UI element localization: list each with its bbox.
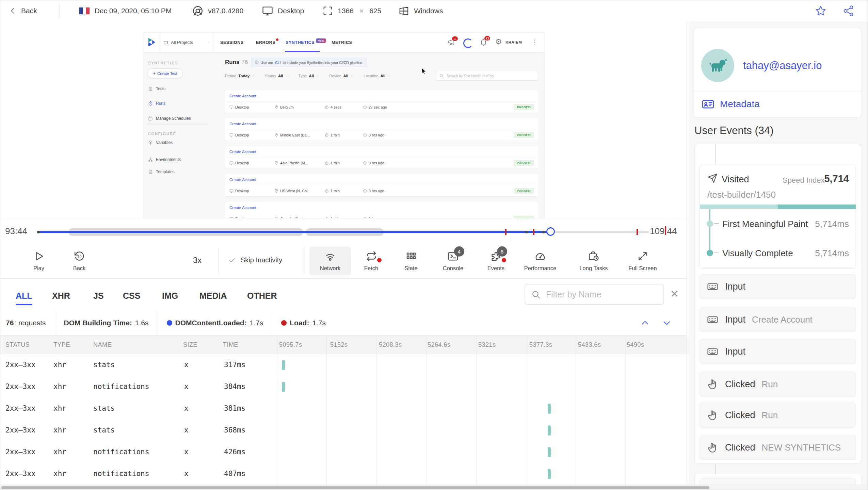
metadata-button[interactable]: Metadata [702, 98, 760, 111]
filter-location[interactable]: LocationAll [364, 74, 390, 78]
cli-link[interactable]: CLI [275, 61, 280, 65]
network-filter-input[interactable] [545, 289, 657, 300]
network-request-row[interactable]: 2xx–3xx xhr stats x 381ms [0, 398, 687, 420]
dash [714, 252, 719, 253]
tab-synthetics[interactable]: SYNTHETICS NEW [286, 33, 326, 52]
tab-other[interactable]: OTHER [247, 291, 277, 304]
run-test-name[interactable]: Create Account [225, 146, 538, 157]
tab-media[interactable]: MEDIA [199, 291, 227, 304]
sidebar-item-runs[interactable]: Runs [148, 101, 165, 106]
kebab-menu-icon[interactable]: ⋮ [531, 38, 537, 46]
horizontal-scrollbar[interactable] [0, 485, 868, 490]
tab-sessions[interactable]: SESSIONS [220, 33, 244, 52]
notifications-button[interactable]: 13 [480, 38, 487, 46]
event-item-clicked[interactable]: ClickedRun [700, 372, 856, 397]
col-name[interactable]: NAME [93, 341, 112, 348]
back-10s-button[interactable]: 10 Back [61, 247, 98, 275]
chevron-down-icon[interactable] [662, 318, 672, 328]
top-bar-actions [815, 5, 855, 17]
tab-js[interactable]: JS [93, 291, 104, 304]
run-test-name[interactable]: Create Account [225, 118, 538, 129]
run-test-name[interactable]: Create Account [225, 91, 538, 101]
domcontentloaded-stat: DOMContentLoaded:1.7s [158, 311, 273, 335]
tab-metrics[interactable]: METRICS [332, 33, 352, 52]
event-item-input[interactable]: Input [700, 339, 856, 364]
project-selector[interactable]: All Projects [159, 33, 214, 52]
col-size[interactable]: SIZE [183, 341, 197, 348]
panel-button-performance[interactable]: Performance [517, 247, 563, 275]
filter-period[interactable]: PeriodToday [225, 74, 255, 78]
event-item-input[interactable]: Input [700, 274, 856, 299]
panel-button-fetch[interactable]: Fetch [352, 247, 391, 275]
favorite-star-icon[interactable] [815, 5, 827, 17]
run-row[interactable]: Create Account Desktop Canada (Centra...… [225, 202, 538, 218]
panel-button-network[interactable]: Network [309, 247, 351, 275]
playhead-handle[interactable] [546, 227, 555, 236]
run-row[interactable]: Create Account Desktop US West (N. Cal..… [225, 174, 538, 196]
visited-url: /test-builder/1450 [707, 190, 776, 200]
settings-gear-icon[interactable]: ⚙ [495, 37, 502, 46]
network-request-row[interactable]: 2xx–3xx xhr stats x 317ms [0, 354, 687, 376]
run-test-name[interactable]: Create Account [225, 174, 538, 185]
stopwatch-icon [148, 101, 153, 106]
clock-icon [363, 133, 367, 137]
back-button[interactable]: Back [9, 7, 37, 15]
col-type[interactable]: TYPE [53, 341, 70, 348]
run-row[interactable]: Create Account Desktop Belgium 4 secs 27… [225, 91, 538, 113]
long-tasks-briefcase-icon [588, 250, 599, 262]
event-item-clicked[interactable]: ClickedNEW SYNTHETICS [700, 435, 856, 460]
panel-button-long-tasks[interactable]: Long Tasks [568, 247, 619, 275]
visited-event-card[interactable]: Visited Speed Index 5,714 /test-builder/… [700, 165, 856, 269]
sidebar-item-environments[interactable]: Environments [148, 157, 181, 162]
network-request-row[interactable]: 2xx–3xx xhr stats x 368ms [0, 420, 687, 441]
chevron-up-icon[interactable] [640, 318, 650, 328]
tab-xhr[interactable]: XHR [52, 291, 70, 304]
tab-all[interactable]: ALL [16, 291, 32, 305]
errors-alert-dot [276, 38, 278, 41]
col-status[interactable]: STATUS [5, 341, 30, 348]
col-time[interactable]: TIME [223, 341, 238, 348]
filter-device[interactable]: DeviceAll [329, 74, 353, 78]
tab-img[interactable]: IMG [162, 291, 178, 304]
mouse-cursor [421, 68, 427, 75]
network-request-row[interactable]: 2xx–3xx xhr notifications x 426ms [0, 441, 687, 463]
session-date: Dec 09, 2020, 05:10 PM [95, 7, 172, 15]
full-screen-button[interactable]: Full Screen [617, 247, 668, 275]
share-icon[interactable] [842, 5, 855, 17]
network-request-row[interactable]: 2xx–3xx xhr notifications x 384ms [0, 376, 687, 398]
close-panel-icon[interactable]: ✕ [670, 288, 679, 300]
event-marker-dot [37, 231, 40, 233]
event-item-partial [700, 478, 856, 485]
tab-errors[interactable]: ERRORS [256, 33, 275, 52]
sidebar-item-tests[interactable]: Tests [148, 86, 165, 91]
time-tick: 5490s [627, 341, 644, 348]
sidebar-item-templates[interactable]: Templates [148, 169, 175, 174]
scrollbar-thumb[interactable] [1, 486, 709, 489]
playback-speed-button[interactable]: 3x [193, 256, 202, 265]
panel-button-state[interactable]: State [391, 247, 431, 275]
panel-button-events[interactable]: 6 Events [475, 247, 517, 275]
sidebar-item-variables[interactable]: Variables [148, 140, 173, 145]
create-test-button[interactable]: +Create Test [147, 68, 183, 78]
play-button[interactable]: Play [20, 247, 58, 275]
runs-search-input[interactable] [446, 74, 535, 78]
sidebar-item-manage-schedules[interactable]: Manage Schedules [148, 116, 191, 121]
panel-button-console[interactable]: 4 Console [431, 247, 475, 275]
location-pin-icon [274, 161, 278, 165]
skip-inactivity-toggle[interactable]: Skip Inactivity [228, 256, 282, 264]
run-row[interactable]: Create Account Desktop Middle East (Ba..… [225, 118, 538, 141]
event-item-clicked[interactable]: ClickedRun [700, 403, 856, 428]
run-row[interactable]: Create Account Desktop Asia Pacific (M..… [225, 146, 538, 168]
user-email[interactable]: tahay@asayer.io [743, 60, 822, 72]
filter-status[interactable]: StatusAll [265, 74, 288, 78]
filter-type[interactable]: TypeAll [299, 74, 319, 78]
event-item-input[interactable]: InputCreate Account [700, 307, 856, 332]
network-request-row[interactable]: 2xx–3xx xhr notifications x 407ms [0, 463, 687, 485]
mini-app-header: All Projects SESSIONS ERRORS SYNTHETICS … [143, 33, 544, 52]
cli-info-banner: ⓘ Use our CLI to include your Synthetics… [251, 58, 367, 67]
keyboard-icon [707, 314, 719, 326]
timeline-track[interactable] [38, 231, 649, 233]
announcements-button[interactable]: 1 [448, 38, 455, 46]
tab-css[interactable]: CSS [123, 291, 140, 304]
user-menu[interactable]: KRAIEM [505, 40, 522, 44]
